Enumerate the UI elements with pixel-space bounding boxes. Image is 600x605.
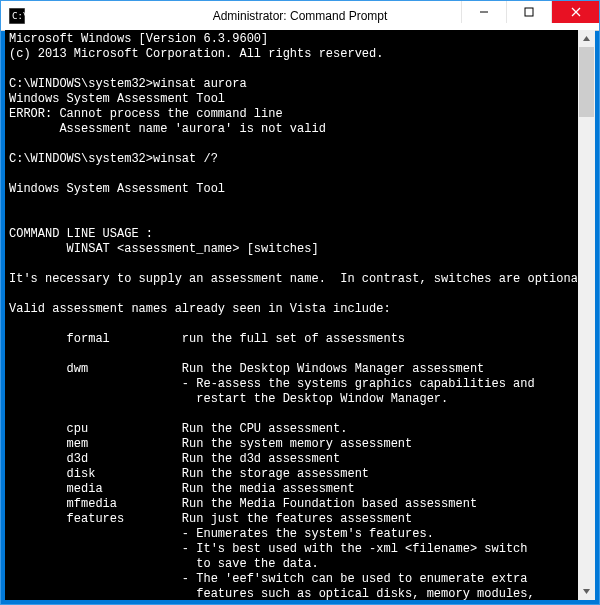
close-icon [571, 7, 581, 17]
vertical-scrollbar[interactable] [578, 30, 595, 600]
close-button[interactable] [551, 1, 599, 23]
scroll-track[interactable] [578, 47, 595, 583]
scroll-down-button[interactable] [578, 583, 595, 600]
minimize-icon [479, 7, 489, 17]
svg-rect-4 [525, 8, 533, 16]
chevron-down-icon [582, 587, 591, 596]
scroll-up-button[interactable] [578, 30, 595, 47]
titlebar[interactable]: C:\ Administrator: Command Prompt [1, 1, 599, 31]
svg-text:C:\: C:\ [12, 11, 25, 21]
minimize-button[interactable] [461, 1, 506, 23]
console-area: Microsoft Windows [Version 6.3.9600] (c)… [5, 30, 595, 600]
console-output[interactable]: Microsoft Windows [Version 6.3.9600] (c)… [5, 30, 577, 600]
maximize-button[interactable] [506, 1, 551, 23]
cmd-icon: C:\ [7, 6, 27, 26]
chevron-up-icon [582, 34, 591, 43]
window-controls [461, 1, 599, 30]
scroll-thumb[interactable] [579, 47, 594, 117]
svg-marker-7 [583, 36, 590, 41]
svg-marker-8 [583, 589, 590, 594]
maximize-icon [524, 7, 534, 17]
